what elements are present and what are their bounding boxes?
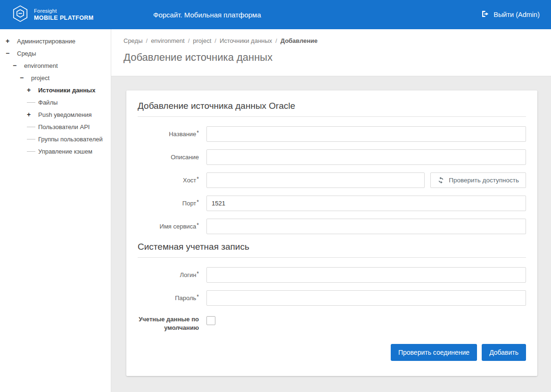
tree-toggle-slot: + (27, 111, 38, 118)
tree-toggle-slot: − (20, 74, 31, 81)
sidebar-item-пользователи-api[interactable]: Пользователи API (3, 121, 108, 133)
field-label-text: Порт (182, 200, 196, 207)
field-label-text: Имя сервиса (160, 223, 197, 230)
page-title: Добавление источника данных (123, 51, 539, 64)
sidebar-item-группы-пользователей[interactable]: Группы пользователей (3, 133, 108, 145)
main-area: Среды/environment/project/Источники данн… (111, 29, 551, 392)
service-row: Имя сервиса* (138, 219, 526, 234)
description-row: Описание (138, 149, 526, 165)
brand-line2: MOBILE PLATFORM (34, 15, 94, 21)
sidebar-item-управление-кэшем[interactable]: Управление кэшем (3, 145, 108, 157)
collapse-icon[interactable]: − (6, 50, 9, 57)
tree-connector-line (27, 139, 35, 139)
default-credentials-row: Учетные данные по умолчанию (138, 315, 526, 332)
service-input[interactable] (206, 219, 526, 234)
sidebar-item-label: Администрирование (17, 38, 75, 45)
page-header: Среды/environment/project/Источники данн… (111, 29, 551, 76)
login-label: Логин* (138, 271, 199, 279)
default-credentials-label: Учетные данные по умолчанию (138, 315, 199, 332)
logout-button[interactable]: Выйти (Admin) (481, 10, 540, 19)
name-row: Название* (138, 126, 526, 142)
section-title: Добавление источника данных Oracle (138, 101, 526, 117)
sidebar-item-label: Пользователи API (38, 123, 90, 131)
breadcrumb-separator: / (275, 37, 277, 44)
field-label-text: Учетные данные по умолчанию (139, 316, 199, 331)
breadcrumb: Среды/environment/project/Источники данн… (123, 37, 539, 44)
sidebar-item-push-уведомления[interactable]: +Push уведомления (3, 108, 108, 121)
form-card: Добавление источника данных OracleНазван… (126, 90, 537, 376)
sidebar-item-project[interactable]: −project (3, 72, 108, 84)
tree-leaf-slot (27, 102, 38, 103)
collapse-icon[interactable]: − (20, 74, 24, 81)
expand-icon[interactable]: + (27, 87, 31, 93)
sidebar-item-label: environment (24, 62, 58, 69)
required-asterisk: * (197, 294, 199, 300)
breadcrumb-separator: / (214, 37, 216, 44)
navigation-tree: +Администрирование−Среды−environment−pro… (3, 35, 108, 157)
field-label-text: Логин (180, 271, 196, 278)
expand-icon[interactable]: + (27, 111, 31, 118)
brand: Foresight MOBILE PLATFORM (11, 5, 94, 24)
name-input[interactable] (206, 126, 526, 142)
check-availability-button[interactable]: Проверить доступность (430, 172, 526, 188)
tree-leaf-slot (27, 127, 38, 127)
login-input[interactable] (206, 267, 526, 283)
app-title: Форсайт. Мобильная платформа (153, 11, 261, 19)
sync-icon (437, 177, 444, 184)
sidebar-item-label: Источники данных (38, 87, 95, 94)
default-credentials-checkbox[interactable] (206, 316, 215, 325)
host-row: Хост*Проверить доступность (138, 172, 526, 188)
sidebar: +Администрирование−Среды−environment−pro… (0, 29, 111, 392)
sidebar-item-environment[interactable]: −environment (3, 59, 108, 72)
collapse-icon[interactable]: − (13, 62, 16, 69)
breadcrumb-item[interactable]: Среды (123, 37, 143, 44)
tree-leaf-slot (27, 139, 38, 139)
host-input[interactable] (206, 172, 425, 188)
service-label: Имя сервиса* (138, 222, 199, 231)
sidebar-item-label: Группы пользователей (38, 136, 103, 143)
field-label-text: Пароль (175, 294, 196, 302)
tree-connector-line (27, 127, 35, 127)
name-label: Название* (138, 130, 199, 139)
field-label-text: Название (169, 131, 196, 138)
sidebar-item-администрирование[interactable]: +Администрирование (3, 35, 108, 47)
logout-label: Выйти (Admin) (493, 11, 540, 18)
breadcrumb-separator: / (146, 37, 148, 44)
brand-line1: Foresight (34, 8, 94, 14)
description-input[interactable] (206, 149, 526, 165)
sidebar-item-среды[interactable]: −Среды (3, 47, 108, 59)
password-row: Пароль* (138, 290, 526, 306)
password-input[interactable] (206, 290, 526, 306)
add-button[interactable]: Добавить (482, 344, 526, 361)
sidebar-item-label: Среды (17, 50, 36, 57)
password-label: Пароль* (138, 294, 199, 302)
required-asterisk: * (197, 222, 199, 229)
port-row: Порт* (138, 196, 526, 211)
field-label-text: Описание (171, 154, 199, 161)
breadcrumb-separator: / (188, 37, 190, 44)
sidebar-item-label: Управление кэшем (38, 148, 92, 155)
sidebar-item-label: Файлы (38, 99, 58, 106)
sidebar-item-label: project (31, 74, 49, 82)
expand-icon[interactable]: + (6, 38, 9, 44)
tree-leaf-slot (27, 151, 38, 152)
sidebar-item-файлы[interactable]: Файлы (3, 96, 108, 108)
required-asterisk: * (197, 199, 199, 205)
content-area: Добавление источника данных OracleНазван… (111, 76, 551, 392)
host-label: Хост* (138, 176, 199, 185)
sidebar-item-источники-данных[interactable]: +Источники данных (3, 84, 108, 96)
sidebar-item-label: Push уведомления (38, 111, 92, 118)
tree-toggle-slot: − (6, 50, 17, 57)
tree-connector-line (27, 102, 35, 103)
port-input[interactable] (206, 196, 526, 211)
test-connection-button[interactable]: Проверить соединение (391, 344, 477, 361)
foresight-logo-icon (11, 5, 29, 24)
breadcrumb-item[interactable]: Источники данных (220, 37, 272, 44)
breadcrumb-item[interactable]: project (193, 37, 211, 44)
tree-toggle-slot: + (27, 87, 38, 93)
required-asterisk: * (197, 270, 199, 277)
description-label: Описание (138, 153, 199, 162)
required-asterisk: * (197, 130, 199, 136)
field-label-text: Хост (183, 177, 196, 184)
breadcrumb-item[interactable]: environment (151, 37, 185, 44)
